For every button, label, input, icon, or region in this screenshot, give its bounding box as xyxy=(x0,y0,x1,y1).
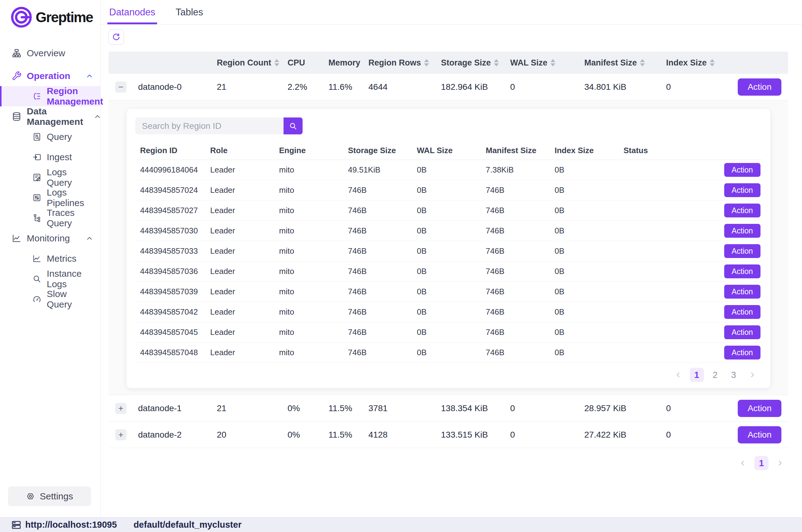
sidebar-item-label: Overview xyxy=(27,48,65,58)
region-id-value: 4483945857045 xyxy=(135,327,206,337)
col-region-count[interactable]: Region Count xyxy=(212,58,283,68)
server-url[interactable]: http://localhost:19095 xyxy=(25,520,117,530)
region-action-button[interactable]: Action xyxy=(724,183,760,197)
index-size-value: 0B xyxy=(550,186,619,195)
prev-page-icon[interactable] xyxy=(736,456,750,470)
refresh-icon xyxy=(112,33,121,42)
page-3[interactable]: 3 xyxy=(727,368,741,382)
storage-size-value: 133.515 KiB xyxy=(436,430,505,440)
page-1[interactable]: 1 xyxy=(690,368,704,382)
datanode-row-0: − datanode-0 21 2.2% 11.6% 4644 182.964 … xyxy=(109,74,788,100)
datanode-row-1: + datanode-1 21 0% 11.5% 3781 138.354 Ki… xyxy=(109,395,788,422)
index-size-value: 0B xyxy=(550,287,619,297)
region-action-button[interactable]: Action xyxy=(724,244,760,258)
region-action-button[interactable]: Action xyxy=(724,285,760,299)
region-action-button[interactable]: Action xyxy=(724,305,760,319)
region-action-button[interactable]: Action xyxy=(724,346,760,360)
settings-button[interactable]: Settings xyxy=(8,487,91,506)
sidebar-section-data-management[interactable]: Data Management xyxy=(0,107,100,127)
col-region-rows[interactable]: Region Rows xyxy=(363,58,436,68)
metrics-icon xyxy=(32,254,41,263)
index-size-value: 0B xyxy=(550,206,619,215)
sidebar-item-region-management[interactable]: Region Management xyxy=(0,86,100,107)
datanode-table-header: Region Count CPU Memory Region Rows Stor… xyxy=(109,52,788,74)
sidebar-item-logs-pipelines[interactable]: Logs Pipelines xyxy=(0,188,100,208)
region-search-button[interactable] xyxy=(284,117,303,134)
region-count-value: 21 xyxy=(212,403,283,413)
sidebar-section-monitoring[interactable]: Monitoring xyxy=(0,228,100,248)
sidebar-item-traces-query[interactable]: Traces Query xyxy=(0,208,100,228)
wal-size-value: 0B xyxy=(412,206,481,215)
region-action-button[interactable]: Action xyxy=(724,264,760,278)
sidebar-item-overview[interactable]: Overview xyxy=(0,43,100,63)
region-action-button[interactable]: Action xyxy=(724,163,760,177)
datanode-action-button[interactable]: Action xyxy=(738,426,781,443)
col-manifest-size[interactable]: Manifest Size xyxy=(579,58,661,68)
sort-icon[interactable] xyxy=(551,59,555,66)
engine-value: mito xyxy=(274,186,343,195)
region-search-input[interactable] xyxy=(135,117,284,134)
region-row: 4483945857027 Leader mito 746B 0B 746B 0… xyxy=(135,201,762,221)
trace-tree-icon xyxy=(32,213,41,223)
tab-tables[interactable]: Tables xyxy=(176,0,203,24)
sort-icon[interactable] xyxy=(424,59,429,66)
sidebar-item-slow-query[interactable]: Slow Query xyxy=(0,289,100,309)
sidebar-item-instance-logs[interactable]: Instance Logs xyxy=(0,269,100,289)
gauge-icon xyxy=(32,294,41,304)
app-window: Greptime Overview xyxy=(0,0,802,532)
region-action-button[interactable]: Action xyxy=(724,224,760,238)
page-2[interactable]: 2 xyxy=(708,368,722,382)
col-storage-size[interactable]: Storage Size xyxy=(436,58,505,68)
engine-value: mito xyxy=(274,287,343,297)
wal-size-value: 0B xyxy=(412,246,481,256)
tab-datanodes[interactable]: Datanodes xyxy=(109,0,155,24)
index-size-value: 0 xyxy=(661,430,738,440)
col-status: Status xyxy=(619,146,688,155)
sort-icon[interactable] xyxy=(494,59,499,66)
sort-icon[interactable] xyxy=(710,59,715,66)
sidebar-item-label: Ingest xyxy=(47,152,72,163)
col-index-size[interactable]: Index Size xyxy=(661,58,738,68)
chevron-up-icon[interactable] xyxy=(94,113,101,120)
search-icon xyxy=(32,274,41,284)
refresh-button[interactable] xyxy=(109,30,124,45)
wrench-icon xyxy=(12,71,21,81)
next-page-icon[interactable] xyxy=(745,368,759,382)
datanode-action-button[interactable]: Action xyxy=(738,78,781,96)
sidebar-item-metrics[interactable]: Metrics xyxy=(0,248,100,269)
role-value: Leader xyxy=(206,165,274,175)
sidebar-section-operation[interactable]: Operation xyxy=(0,66,100,86)
storage-size-value: 746B xyxy=(343,348,412,357)
manifest-size-value: 28.957 KiB xyxy=(579,403,661,413)
chevron-up-icon[interactable] xyxy=(85,234,94,242)
prev-page-icon[interactable] xyxy=(671,368,685,382)
sidebar-item-logs-query[interactable]: Logs Query xyxy=(0,167,100,188)
col-storage-size: Storage Size xyxy=(343,146,412,155)
ingest-icon xyxy=(32,153,41,162)
region-action-button[interactable]: Action xyxy=(724,204,760,217)
next-page-icon[interactable] xyxy=(773,456,787,470)
col-wal-size: WAL Size xyxy=(412,146,481,155)
wal-size-value: 0 xyxy=(505,403,579,413)
expand-row-button[interactable]: + xyxy=(115,403,127,414)
sort-icon[interactable] xyxy=(274,59,279,66)
sidebar: Greptime Overview xyxy=(0,0,100,517)
region-action-button[interactable]: Action xyxy=(724,325,760,339)
region-id-value: 4483945857030 xyxy=(135,226,206,235)
sidebar-item-ingest[interactable]: Ingest xyxy=(0,147,100,167)
datanode-action-button[interactable]: Action xyxy=(738,400,781,417)
region-id-value: 4483945857042 xyxy=(135,307,206,317)
index-size-value: 0B xyxy=(550,348,619,357)
sidebar-item-query[interactable]: Query xyxy=(0,127,100,147)
expand-row-button[interactable]: + xyxy=(115,429,127,440)
chevron-up-icon[interactable] xyxy=(85,72,94,80)
sidebar-nav: Overview Operation xyxy=(0,33,100,487)
storage-size-value: 746B xyxy=(343,186,412,195)
collapse-row-button[interactable]: − xyxy=(115,81,127,93)
col-wal-size[interactable]: WAL Size xyxy=(505,58,579,68)
sort-icon[interactable] xyxy=(640,59,645,66)
wal-size-value: 0B xyxy=(412,287,481,297)
cluster-name[interactable]: default/default_mycluster xyxy=(133,520,242,530)
storage-size-value: 746B xyxy=(343,206,412,215)
page-1[interactable]: 1 xyxy=(755,456,768,470)
